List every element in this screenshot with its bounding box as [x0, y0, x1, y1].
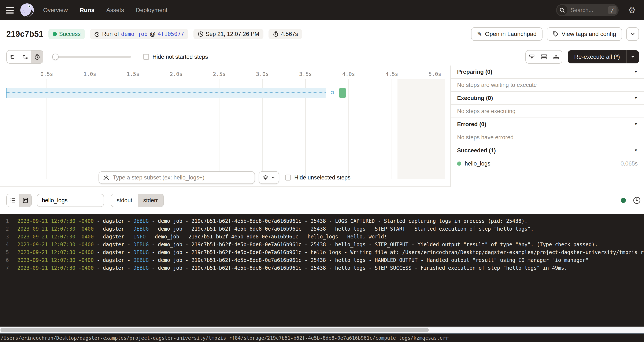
gantt-plot-area — [0, 79, 450, 179]
tab-stderr[interactable]: stderr — [138, 194, 164, 207]
waterfall-view-button[interactable] — [19, 50, 31, 63]
chevron-up-icon — [271, 176, 275, 180]
log-step-filter-input[interactable] — [37, 194, 104, 207]
step-subset-input[interactable] — [98, 171, 255, 184]
log-horizontal-scrollbar-thumb[interactable] — [0, 328, 429, 332]
header-more-actions-button[interactable] — [626, 27, 639, 41]
open-in-launchpad-button[interactable]: ✎ Open in Launchpad — [471, 27, 542, 41]
search-placeholder: Search... — [570, 7, 593, 14]
timestamp-pill: Sep 21, 12:07:26 PM — [194, 29, 264, 39]
hello-logs-step-bar[interactable] — [339, 88, 346, 98]
status-section-header[interactable]: Errored (0)▼ — [451, 118, 644, 131]
axis-tick-label: 0.5s — [40, 71, 53, 77]
chevron-down-icon[interactable]: ▼ — [634, 96, 638, 100]
zoom-slider-track[interactable] — [52, 56, 131, 58]
search-input[interactable]: Search... / — [556, 4, 619, 16]
history-icon — [94, 31, 100, 37]
nav-links: OverviewRunsAssetsDeployment — [43, 7, 168, 14]
view-tags-config-button[interactable]: View tags and config — [547, 27, 622, 41]
hide-unselected-label: Hide unselected steps — [294, 174, 350, 181]
graph-query-toolbar-button[interactable] — [259, 171, 279, 184]
expand-top-panel-button[interactable] — [550, 50, 562, 63]
step-waiting-band — [6, 88, 326, 98]
log-capture-status-dot — [621, 198, 626, 203]
axis-tick-label: 3.0s — [256, 71, 269, 77]
log-line-number: 1 — [0, 217, 12, 225]
status-section-header[interactable]: Succeeded (1)▼ — [451, 144, 644, 157]
run-of-pill: Run of demo_job @ 4f105077 — [90, 29, 188, 39]
succeeded-step-row[interactable]: hello_logs0.065s — [451, 157, 644, 170]
split-panels-button[interactable] — [538, 50, 550, 63]
log-line: 22023-09-21 12:07:30 -0400 - dagster - D… — [0, 225, 644, 233]
tab-stdout[interactable]: stdout — [111, 194, 138, 207]
post-run-shaded-region — [398, 79, 445, 179]
step-status-panel: Preparing (0)▼No steps are waiting to ex… — [450, 66, 644, 187]
nav-link-overview[interactable]: Overview — [43, 7, 68, 14]
gantt-chart: 0.5s1.0s1.5s2.0s2.5s3.0s3.5s4.0s4.5s5.0s — [0, 66, 450, 187]
log-line: 42023-09-21 12:07:30 -0400 - dagster - D… — [0, 241, 644, 248]
run-id-title: 219c7b51 — [6, 30, 43, 39]
nav-link-deployment[interactable]: Deployment — [136, 7, 168, 14]
zoom-slider[interactable] — [52, 50, 131, 63]
zoom-slider-handle[interactable] — [52, 54, 58, 60]
log-toolbar: stdoutstderr — [0, 187, 644, 214]
nav-link-runs[interactable]: Runs — [80, 7, 94, 14]
status-section-header[interactable]: Executing (0)▼ — [451, 92, 644, 105]
axis-tick-label: 5.0s — [428, 71, 441, 77]
panel-layout-group — [526, 50, 562, 64]
raw-log-view-button[interactable] — [19, 194, 31, 207]
chevron-down-icon[interactable]: ▼ — [634, 122, 638, 126]
duration-pill: 4.567s — [268, 29, 302, 39]
log-horizontal-scrollbar[interactable] — [0, 326, 644, 334]
snapshot-id-link[interactable]: 4f105077 — [158, 31, 184, 37]
tag-icon — [553, 31, 558, 37]
job-name-link[interactable]: demo_job — [121, 31, 148, 37]
chevron-down-icon — [630, 32, 635, 36]
log-line-number: 7 — [0, 264, 12, 272]
step-status-dot — [457, 162, 461, 166]
log-file-path: /Users/erincochran/Desktop/dagster-examp… — [1, 335, 449, 341]
pencil-icon: ✎ — [477, 31, 482, 38]
flat-view-button[interactable] — [7, 50, 19, 63]
step-duration: 0.065s — [620, 160, 638, 167]
axis-tick-label: 1.0s — [84, 71, 96, 77]
reexecute-options-caret[interactable] — [627, 54, 639, 59]
log-line-number: 5 — [0, 248, 12, 256]
success-dot-icon — [53, 32, 57, 36]
layers-icon — [262, 174, 268, 180]
hide-not-started-label: Hide not started steps — [152, 54, 208, 60]
structured-log-view-button[interactable] — [7, 194, 19, 207]
status-section-empty-text: No steps are waiting to execute — [451, 79, 644, 92]
dagster-logo[interactable] — [20, 2, 35, 18]
axis-tick-label: 3.5s — [299, 71, 312, 77]
axis-tick-label: 2.5s — [213, 71, 226, 77]
timed-view-button[interactable] — [31, 50, 43, 63]
chevron-down-icon[interactable]: ▼ — [634, 148, 638, 152]
waiting-dotted-line — [6, 92, 326, 93]
hide-unselected-checkbox[interactable] — [285, 174, 291, 180]
chevron-down-icon — [630, 54, 635, 59]
reexecute-all-button[interactable]: Re-execute all (*) — [568, 50, 639, 64]
download-log-button[interactable] — [633, 196, 640, 204]
gear-icon[interactable]: ⚙ — [624, 5, 639, 15]
log-line: 62023-09-21 12:07:30 -0400 - dagster - D… — [0, 256, 644, 264]
hamburger-menu-icon[interactable] — [3, 0, 16, 20]
nav-link-assets[interactable]: Assets — [106, 7, 124, 14]
axis-tick-label: 1.5s — [127, 71, 139, 77]
run-gantt-section: 0.5s1.0s1.5s2.0s2.5s3.0s3.5s4.0s4.5s5.0s — [0, 66, 644, 187]
status-section-header[interactable]: Preparing (0)▼ — [451, 66, 644, 79]
status-section-empty-text: No steps have errored — [451, 131, 644, 144]
axis-tick-label: 4.5s — [386, 71, 398, 77]
log-line: 32023-09-21 12:07:30 -0400 - dagster - I… — [0, 233, 644, 241]
log-line-number: 6 — [0, 256, 12, 264]
gantt-view-mode-group — [6, 50, 43, 64]
clock-icon — [198, 31, 204, 37]
hide-not-started-checkbox[interactable] — [143, 54, 149, 60]
log-line-number: 2 — [0, 225, 12, 233]
axis-gridline — [392, 79, 392, 179]
expand-bottom-panel-button[interactable] — [526, 50, 538, 63]
search-icon — [557, 5, 568, 16]
axis-tick-label: 2.0s — [170, 71, 182, 77]
log-line-number: 4 — [0, 241, 12, 248]
chevron-down-icon[interactable]: ▼ — [634, 70, 638, 74]
